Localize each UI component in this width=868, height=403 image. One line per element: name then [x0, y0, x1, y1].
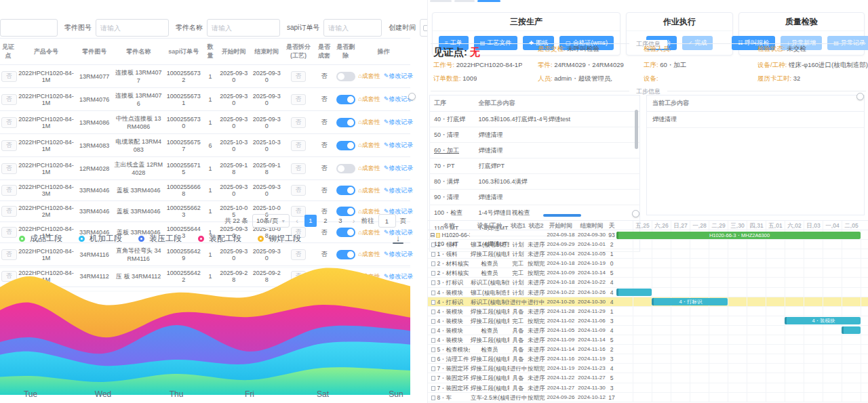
- suite-link[interactable]: ⌂成套性: [358, 96, 380, 102]
- delete-toggle[interactable]: [336, 72, 355, 81]
- suite-link[interactable]: ⌂成套性: [358, 229, 380, 236]
- suite-link[interactable]: ⌂成套性: [358, 142, 380, 148]
- suite-link[interactable]: ⌂成套性: [358, 119, 380, 125]
- legend-item[interactable]: 铆焊工段: [258, 233, 301, 245]
- legend-item[interactable]: 装配工段: [198, 233, 241, 245]
- gantt-task-row[interactable]: 1・领料焊接工段(核电制造部)计划未进序2024-10-042024-10-05…: [428, 249, 616, 259]
- step-row[interactable]: 100・检查1-4号焊缝目视检查: [430, 205, 640, 221]
- legend-item[interactable]: 机加工段: [79, 233, 122, 245]
- gantt-task-row[interactable]: 6・清理工件焊接工段(核电制造部)具备未进序2024-11-162024-11-…: [428, 354, 616, 364]
- info-item: 设备/工种: 镗床-φ160进口(核电制造部): [757, 61, 868, 70]
- part-drawing-input[interactable]: [96, 19, 169, 37]
- page-number-button[interactable]: 3: [334, 215, 347, 227]
- gantt-task-row[interactable]: 2・材料核实检查员完工按期完成2024-10-092024-10-145: [428, 268, 616, 278]
- witness-no-button[interactable]: 否: [1, 163, 17, 174]
- gantt-task-row[interactable]: 7・装固定环焊接工段(核电制造部)具备未进序2024-11-272024-11-…: [428, 383, 616, 393]
- delete-toggle[interactable]: [336, 164, 355, 173]
- gantt-bar[interactable]: 4・打标识: [652, 298, 728, 305]
- tab-inactive-2[interactable]: [454, 0, 475, 2]
- gantt-bar[interactable]: [616, 289, 652, 296]
- modify-record-link[interactable]: ✎修改记录: [384, 187, 414, 194]
- witness-no-button[interactable]: 否: [1, 140, 17, 151]
- witness-no-button[interactable]: 否: [1, 206, 17, 217]
- prev-page-button[interactable]: ‹: [294, 217, 300, 225]
- witness-no-button[interactable]: 否: [1, 185, 17, 196]
- suite-link[interactable]: ⌂成套性: [358, 72, 380, 79]
- steps-vertical-scrollbar[interactable]: [635, 110, 638, 149]
- gantt-grid-row: [616, 268, 868, 278]
- legend-item[interactable]: 成品工段: [19, 233, 62, 245]
- step-row[interactable]: 90・清理焊缝清理: [430, 190, 640, 205]
- step-row[interactable]: 40・打底焊106.3和106.4打底焊1-4号焊缝test: [430, 112, 640, 127]
- split-no-button[interactable]: 否: [291, 163, 307, 174]
- goto-page-input[interactable]: [378, 214, 396, 228]
- gantt-task-row[interactable]: 7・装固定环焊接工段(核电制造部)进行中按期完成2024-11-192024-1…: [428, 364, 616, 373]
- folder-icon[interactable]: [436, 233, 440, 238]
- gantt-task-row[interactable]: 5・检查模块外径检查员具备未进序2024-11-142024-11-162: [428, 345, 616, 354]
- splitter-handle-left[interactable]: [408, 93, 416, 100]
- gantt-bar[interactable]: 4・装模块: [785, 317, 861, 324]
- witness-no-button[interactable]: 否: [1, 71, 17, 82]
- step-process: 100・检查: [430, 205, 475, 221]
- next-page-button[interactable]: ›: [351, 217, 357, 225]
- gantt-task-row[interactable]: 2・材料核实检查员完工按期完成2024-10-182024-10-190: [428, 259, 616, 268]
- witness-no-button[interactable]: 否: [1, 117, 17, 128]
- split-no-button[interactable]: 否: [291, 117, 307, 128]
- gantt-task-row[interactable]: 7・装固定环焊接工段(核电制造部)具备未进序2024-11-222024-11-…: [428, 373, 616, 383]
- splitter-handle-right[interactable]: [856, 93, 864, 100]
- download-icon[interactable]: ↓: [393, 234, 403, 244]
- gantt-task-row[interactable]: 8・车立车-2.5米(核电制造部)进行中按期完成2024-09-262024-1…: [428, 393, 616, 402]
- tab-inactive-1[interactable]: [430, 0, 452, 2]
- gantt-task-row[interactable]: 3・打标识标识工(核电制造部)计划未进序2024-10-182024-10-22…: [428, 278, 616, 287]
- table-row: 否2022HPCH1020-84-1M13RM4086中性点连接板 13RM40…: [0, 111, 410, 134]
- page-number-button[interactable]: 2: [319, 215, 332, 227]
- gantt-task-row[interactable]: ⊟ H1020-66-3・MHZ2A63002024-09-182024-09-…: [428, 230, 616, 240]
- split-no-button[interactable]: 否: [291, 71, 307, 82]
- step-row[interactable]: 70・PT打底焊PT: [430, 158, 640, 174]
- delete-toggle[interactable]: [336, 186, 355, 195]
- modify-record-link[interactable]: ✎修改记录: [384, 208, 414, 215]
- sap-order-input[interactable]: [323, 19, 382, 37]
- page-number-button[interactable]: 1: [304, 215, 317, 227]
- delete-toggle[interactable]: [336, 95, 355, 104]
- tab-active[interactable]: [477, 0, 500, 2]
- gantt-bar[interactable]: H1020-66-3・MHZ2A6300: [616, 232, 861, 239]
- gantt-bar[interactable]: [842, 326, 861, 334]
- step-row[interactable]: 80・满焊106.3和106.4满焊: [430, 174, 640, 190]
- steps-horizontal-scrollbar[interactable]: [543, 214, 581, 217]
- gantt-task-row[interactable]: 4・装模块检查员具备未进序2024-11-052024-11-094: [428, 326, 616, 335]
- gantt-task-row[interactable]: 4・装模块铆工(核电制造部)计划未进序2024-10-222024-10-264: [428, 288, 616, 297]
- delete-toggle[interactable]: [336, 118, 355, 127]
- modify-record-link[interactable]: ✎修改记录: [384, 119, 414, 125]
- splitter-handle-middle[interactable]: [632, 210, 639, 217]
- modify-record-link[interactable]: ✎修改记录: [384, 72, 414, 79]
- step-row[interactable]: 60・加工焊缝清理: [430, 143, 640, 158]
- filter-input-partial[interactable]: [0, 19, 58, 37]
- suite-link[interactable]: ⌂成套性: [358, 208, 380, 215]
- suite-link[interactable]: ⌂成套性: [358, 165, 380, 171]
- gantt-task-row[interactable]: 4・打标识标识工(核电制造部)进行中进行中2024-10-262024-10-3…: [428, 297, 616, 307]
- witness-no-button[interactable]: 否: [1, 227, 17, 238]
- split-no-button[interactable]: 否: [291, 185, 307, 196]
- page-size-select[interactable]: 10条/页 ▼: [252, 214, 290, 228]
- step-row[interactable]: 50・清理焊缝清理: [430, 127, 640, 143]
- delete-toggle[interactable]: [336, 228, 355, 237]
- witness-no-button[interactable]: 否: [1, 94, 17, 105]
- gantt-task-row[interactable]: 4・装模块焊接工段(核电制造部)具备未进序2024-11-282024-11-2…: [428, 307, 616, 316]
- modify-record-link[interactable]: ✎修改记录: [384, 251, 414, 257]
- gantt-task-row[interactable]: 4・装模块焊接工段(核电制造部)完工按期完成2024-11-022024-11-…: [428, 316, 616, 326]
- x-axis-label: Wed: [95, 389, 111, 399]
- modify-record-link[interactable]: ✎修改记录: [384, 142, 414, 148]
- suite-link[interactable]: ⌂成套性: [358, 187, 380, 194]
- part-name-input[interactable]: [207, 19, 280, 37]
- chart-legend: 成品工段机加工段装压工段装配工段铆焊工段: [19, 233, 301, 245]
- delete-toggle[interactable]: [336, 141, 355, 150]
- legend-item[interactable]: 装压工段: [138, 233, 182, 245]
- split-no-button[interactable]: 否: [291, 94, 307, 105]
- gantt-task-row[interactable]: 1・领料铆工(核电制造部)计划未进序2024-09-292024-10-012: [428, 240, 616, 249]
- gantt-task-row[interactable]: 4・装模块焊接工段(核电制造部)具备未进序2024-11-092024-11-1…: [428, 335, 616, 345]
- modify-record-link[interactable]: ✎修改记录: [384, 165, 414, 171]
- suite-link[interactable]: ⌂成套性: [358, 251, 380, 257]
- split-no-button[interactable]: 否: [291, 140, 307, 151]
- task-status2: 未进序: [527, 288, 545, 297]
